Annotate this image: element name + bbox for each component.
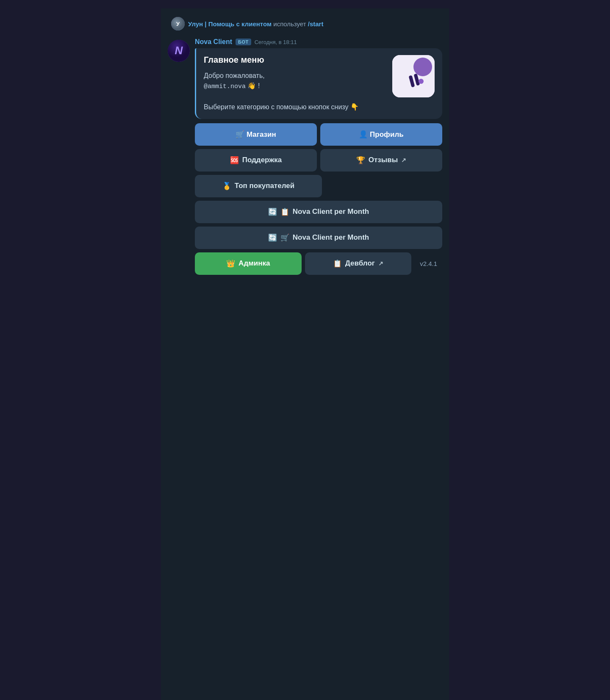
support-label: Поддержка	[242, 156, 282, 164]
memo-emoji-1: 📋	[280, 208, 289, 216]
user-avatar: У	[171, 17, 185, 30]
message-row: N Nova Client БОТ Сегодня, в 18:11 Главн…	[168, 38, 442, 119]
nova-month-1-label: Nova Client per Month	[293, 208, 369, 216]
bot-avatar: N	[168, 40, 190, 62]
reviews-label: Отзывы	[369, 156, 398, 164]
select-emoji: 👇	[350, 103, 359, 111]
devblog-button[interactable]: 📋 Девблог ↗	[305, 252, 412, 275]
buttons-area: 🛒 Магазин 👤 Профиль 🆘 Поддержка 🏆 Отзывы…	[195, 123, 442, 275]
admin-button[interactable]: 👑 Админка	[195, 252, 302, 275]
nova-month-1-button[interactable]: 🔄 📋 Nova Client per Month	[195, 201, 442, 223]
sos-emoji: 🆘	[230, 156, 239, 165]
wave-emoji: 👋	[247, 82, 256, 89]
chat-container: У Улун | Помощь с клиентом использует /s…	[161, 8, 449, 700]
devblog-emoji: 📋	[333, 259, 342, 268]
reviews-button[interactable]: 🏆 Отзывы ↗	[320, 149, 442, 172]
nova-month-2-label: Nova Client per Month	[293, 233, 369, 242]
message-header: Nova Client БОТ Сегодня, в 18:11	[195, 38, 442, 46]
svg-text:N: N	[175, 44, 183, 57]
button-row-1: 🛒 Магазин 👤 Профиль	[195, 123, 442, 146]
select-text: Выберите категорию с помощью кнопок сниз…	[204, 103, 349, 111]
user-action-text: Улун | Помощь с клиентом использует /sta…	[188, 20, 323, 28]
bubble-text-area: Главное меню Добро пожаловать, @ammit.no…	[204, 55, 385, 112]
svg-point-5	[413, 58, 432, 76]
button-row-3: 🥇 Топ покупателей	[195, 175, 442, 197]
bubble-body: Добро пожаловать, @ammit.nova 👋 ! Выбери…	[204, 71, 385, 112]
version-label: v2.4.1	[415, 253, 442, 274]
button-row-2: 🆘 Поддержка 🏆 Отзывы ↗	[195, 149, 442, 172]
message-bubble: Главное меню Добро пожаловать, @ammit.no…	[195, 48, 442, 119]
shop-button[interactable]: 🛒 Магазин	[195, 123, 317, 146]
recycle-emoji-2: 🔄	[268, 233, 277, 242]
crown-emoji: 👑	[226, 259, 235, 268]
trophy-emoji: 🏆	[356, 156, 365, 165]
top-buyers-button[interactable]: 🥇 Топ покупателей	[195, 175, 322, 197]
recycle-emoji-1: 🔄	[268, 208, 277, 216]
bot-name: Nova Client	[195, 38, 232, 46]
bot-badge: БОТ	[236, 39, 251, 45]
logo-svg	[392, 55, 435, 97]
devblog-label: Девблог	[345, 259, 375, 268]
admin-label: Админка	[238, 259, 270, 268]
external-icon-reviews: ↗	[401, 157, 406, 163]
button-row-5: 🔄 🛒 Nova Client per Month	[195, 227, 442, 249]
support-button[interactable]: 🆘 Поддержка	[195, 149, 317, 172]
external-icon-devblog: ↗	[378, 260, 383, 267]
bubble-title: Главное меню	[204, 55, 385, 65]
message-time: Сегодня, в 18:11	[255, 39, 297, 45]
svg-text:У: У	[176, 21, 180, 27]
profile-button[interactable]: 👤 Профиль	[320, 123, 442, 146]
action-verb: использует	[273, 20, 308, 28]
user-action-bar: У Улун | Помощь с клиентом использует /s…	[168, 17, 442, 30]
svg-point-8	[419, 79, 424, 84]
medal-emoji: 🥇	[222, 182, 231, 191]
nova-month-2-button[interactable]: 🔄 🛒 Nova Client per Month	[195, 227, 442, 249]
top-buyers-label: Топ покупателей	[235, 182, 294, 190]
bubble-logo-image	[392, 55, 435, 97]
acting-username: Улун | Помощь с клиентом	[188, 20, 272, 28]
start-command: /start	[308, 20, 324, 28]
button-row-4: 🔄 📋 Nova Client per Month	[195, 201, 442, 223]
greeting-line1: Добро пожаловать,	[204, 72, 265, 79]
greeting-username: @ammit.nova	[204, 83, 246, 90]
button-row-6: 👑 Админка 📋 Девблог ↗ v2.4.1	[195, 252, 442, 275]
cart-emoji-2: 🛒	[280, 233, 289, 242]
message-content: Nova Client БОТ Сегодня, в 18:11 Главное…	[195, 38, 442, 119]
exclaim: !	[258, 82, 260, 89]
